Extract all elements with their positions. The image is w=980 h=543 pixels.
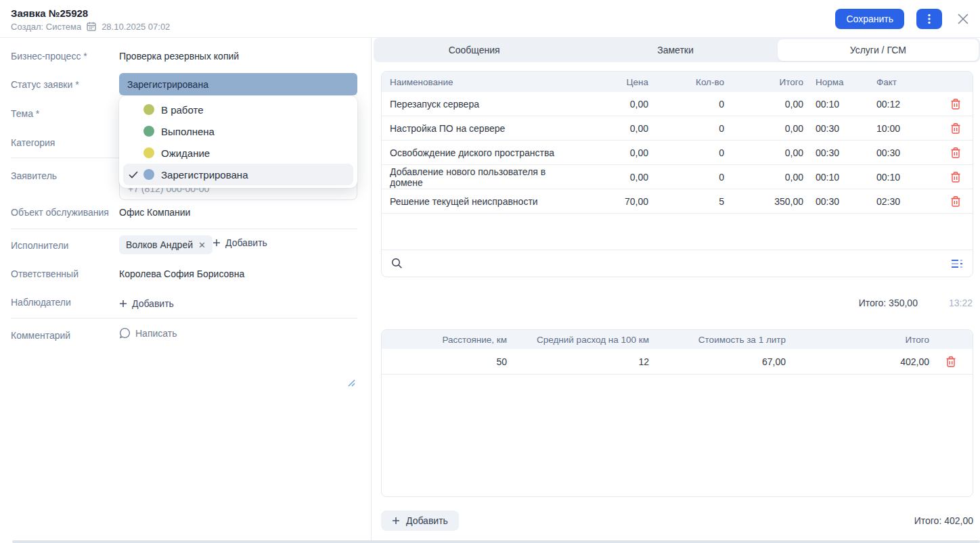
service-object-value[interactable]: Офис Компании	[119, 207, 190, 218]
creator-label: Создал: Система	[11, 22, 81, 32]
services-summary: Итого: 350,00 13:22	[859, 296, 973, 310]
observers-label: Наблюдатели	[11, 297, 71, 308]
fuel-footer: Добавить Итого: 402,00	[381, 511, 973, 531]
table-row: Настройка ПО на сервере 0,00 0 0,00 00:3…	[382, 116, 973, 141]
add-observer-button[interactable]: Добавить	[119, 294, 174, 313]
request-window: Заявка №25928 Создал: Система 28.10.2025…	[0, 0, 980, 543]
list-settings-icon[interactable]	[951, 259, 963, 268]
table-row: Решение текущей неисправности 70,00 5 35…	[382, 189, 973, 214]
horizontal-scrollbar[interactable]	[12, 540, 980, 543]
col-norm: Норма	[803, 77, 864, 87]
service-total: 350,00	[724, 196, 803, 207]
fuel-total-text: Итого: 402,00	[914, 515, 973, 526]
fuel-table-header: Расстояние, км Средний расход на 100 км …	[382, 330, 973, 349]
service-price: 0,00	[571, 123, 648, 134]
col-liter-price: Стоимость за 1 литр	[649, 335, 786, 345]
status-option-registered[interactable]: Зарегистрирована	[123, 164, 353, 185]
add-observer-label: Добавить	[132, 298, 174, 309]
write-comment-button[interactable]: Написать	[119, 327, 177, 339]
service-price: 0,00	[571, 99, 648, 110]
window-header: Заявка №25928 Создал: Система 28.10.2025…	[0, 0, 980, 38]
business-process-label: Бизнес-процесс *	[11, 51, 87, 62]
service-price: 0,00	[571, 147, 648, 158]
tab-label: Услуги / ГСМ	[850, 45, 906, 55]
plus-icon	[392, 517, 400, 525]
service-price: 70,00	[571, 196, 648, 207]
services-total: Итого: 350,00	[859, 298, 918, 308]
col-total: Итого	[786, 335, 929, 345]
fuel-table: Расстояние, км Средний расход на 100 км …	[381, 329, 973, 497]
delete-row-button[interactable]	[939, 147, 973, 159]
service-norm: 00:30	[803, 123, 864, 134]
theme-label: Тема *	[11, 108, 39, 119]
responsible-label: Ответственный	[11, 268, 79, 279]
business-process-value[interactable]: Проверка резервных копий	[119, 51, 239, 62]
service-search-input[interactable]	[409, 258, 944, 269]
more-actions-button[interactable]	[916, 9, 942, 29]
service-name: Добавление нового пользователя в домене	[382, 166, 571, 188]
service-qty: 0	[648, 147, 724, 158]
delete-row-button[interactable]	[929, 356, 973, 368]
tab-services-fuel[interactable]: Услуги / ГСМ	[778, 39, 979, 61]
kebab-menu-icon	[928, 14, 931, 24]
resize-handle-icon[interactable]	[347, 378, 356, 390]
status-color-dot	[143, 126, 154, 137]
service-fact: 00:10	[864, 172, 939, 183]
status-option-label: В работе	[161, 104, 204, 116]
add-fuel-row-button[interactable]: Добавить	[381, 511, 459, 531]
delete-row-button[interactable]	[939, 122, 973, 135]
add-executor-button[interactable]: Добавить	[213, 237, 267, 249]
status-option-in-progress[interactable]: В работе	[119, 99, 357, 120]
chat-bubble-icon	[119, 327, 131, 339]
status-select[interactable]: Зарегистрирована	[119, 73, 357, 95]
status-option-waiting[interactable]: Ожидание	[119, 142, 357, 164]
created-datetime: 28.10.2025 07:02	[102, 22, 170, 32]
delete-row-button[interactable]	[939, 171, 973, 183]
table-row: Перезапуск сервера 0,00 0 0,00 00:10 00:…	[382, 92, 973, 116]
status-label: Статус заявки *	[11, 79, 79, 90]
table-row: Освобождение диского пространства 0,00 0…	[382, 141, 973, 165]
service-price: 0,00	[571, 172, 648, 183]
executor-chip-label: Волков Андрей	[126, 239, 193, 250]
tab-notes[interactable]: Заметки	[575, 38, 776, 62]
status-option-done[interactable]: Выполнена	[119, 120, 357, 142]
divider	[11, 318, 357, 318]
category-label: Категория	[11, 137, 55, 148]
delete-row-button[interactable]	[939, 98, 973, 110]
service-total: 0,00	[724, 172, 803, 183]
tab-bar: Сообщения Заметки Услуги / ГСМ	[374, 38, 980, 62]
col-total: Итого	[724, 77, 803, 87]
service-qty: 0	[648, 123, 724, 134]
services-table-header: Наименование Цена Кол-во Итого Норма Фак…	[382, 72, 973, 92]
executor-chip[interactable]: Волков Андрей ✕	[119, 235, 213, 254]
status-color-dot	[143, 104, 154, 115]
tab-messages[interactable]: Сообщения	[374, 38, 575, 62]
status-option-label: Ожидание	[161, 147, 210, 159]
service-total: 0,00	[724, 147, 803, 158]
fuel-total: 402,00	[786, 356, 929, 367]
delete-row-button[interactable]	[939, 195, 973, 208]
comment-label: Комментарий	[11, 330, 70, 341]
remove-icon[interactable]: ✕	[198, 240, 206, 250]
service-total: 0,00	[724, 123, 803, 134]
services-time-total: 13:22	[949, 298, 973, 308]
col-fact: Факт	[864, 77, 939, 87]
save-button[interactable]: Сохранить	[835, 9, 904, 29]
responsible-value[interactable]: Королева София Борисовна	[119, 268, 244, 279]
service-fact: 00:12	[864, 99, 939, 110]
status-select-value: Зарегистрирована	[127, 79, 208, 90]
close-icon[interactable]	[957, 13, 969, 25]
service-qty: 0	[648, 99, 724, 110]
status-option-label: Зарегистрирована	[161, 169, 248, 181]
service-name: Решение текущей неисправности	[382, 196, 571, 207]
service-fact: 02:30	[864, 196, 939, 207]
service-search-row	[382, 250, 973, 277]
table-row: Добавление нового пользователя в домене …	[382, 165, 973, 189]
request-form-panel: Бизнес-процесс * Проверка резервных копи…	[0, 38, 372, 543]
calendar-icon	[87, 22, 96, 31]
service-name: Настройка ПО на сервере	[382, 123, 571, 134]
fuel-consumption: 12	[507, 356, 649, 367]
col-qty: Кол-во	[648, 77, 724, 87]
service-name: Перезапуск сервера	[382, 99, 571, 110]
add-executor-label: Добавить	[225, 237, 267, 248]
